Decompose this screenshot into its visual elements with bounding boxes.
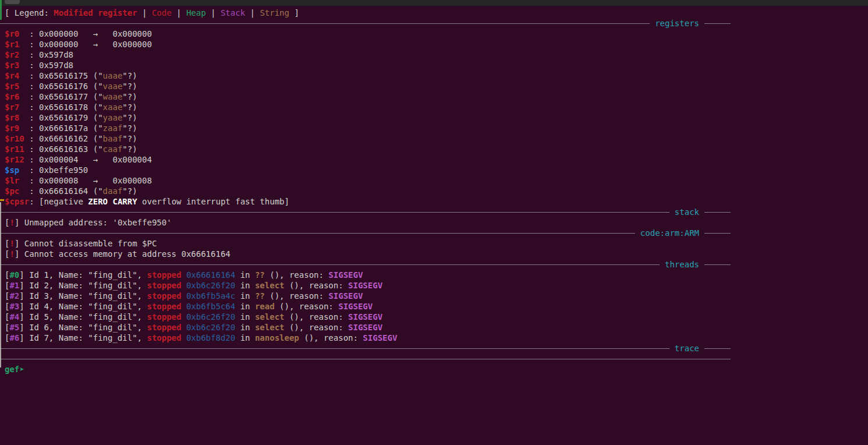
code-warning-line-2: [!] Cannot access memory at address 0x66… xyxy=(5,249,868,259)
register-row-pc-text: : xyxy=(29,186,39,196)
thread-row-5-text: stopped xyxy=(147,323,181,332)
register-row-r0-text: $r0 xyxy=(5,29,29,38)
section-label: stack xyxy=(669,207,704,217)
thread-row-3-text: ] xyxy=(19,302,29,311)
thread-row-1-text: SIGSEGV xyxy=(348,281,382,290)
register-row-r6-text: "?) xyxy=(122,92,137,101)
register-row-r4-text: 0x65616175 xyxy=(39,71,88,80)
thread-row-0-text: 0x66616164 xyxy=(186,270,235,280)
thread-row-3-text: (), reason: xyxy=(275,302,339,311)
thread-row-1-text xyxy=(181,281,186,290)
code-warning-line-2-text: ] xyxy=(15,249,24,259)
register-row-r12-text: → xyxy=(78,155,112,164)
thread-row-3-text: read xyxy=(255,302,275,311)
register-row-r1-text: 0x000000 xyxy=(39,40,78,49)
thread-row-4-text xyxy=(181,312,186,322)
section-label: registers xyxy=(650,18,704,29)
section-label: threads xyxy=(660,259,704,270)
trace-closing-line xyxy=(5,354,868,364)
register-row-r7-text: $r7 xyxy=(5,103,29,112)
thread-row-1-text: stopped xyxy=(147,281,181,290)
code-warning-line-1-text: ! xyxy=(9,239,14,248)
code-warning-line-1-text: ] xyxy=(15,239,24,248)
register-row-r6: $r6 : 0x65616177 ("waae"?) xyxy=(5,91,868,102)
thread-row-0-text: ?? xyxy=(255,270,265,280)
thread-row-2-text: ?? xyxy=(255,291,265,301)
terminal-window[interactable]: [ Legend: Modified register | Code | Hea… xyxy=(0,0,868,445)
register-row-r1-text: : xyxy=(29,40,39,49)
register-row-r3-text: : xyxy=(29,61,39,70)
thread-row-2-text: in xyxy=(235,291,255,301)
thread-row-2-text: stopped xyxy=(147,291,181,301)
register-row-r2-text: $r2 xyxy=(5,50,29,59)
register-row-r1-text: 0x000000 xyxy=(112,40,151,49)
register-row-lr-text: 0x000008 xyxy=(39,176,78,185)
register-row-pc-text: 0x66616164 xyxy=(39,186,88,196)
thread-row-3: [#3] Id 4, Name: "fing_dil", stopped 0xb… xyxy=(5,301,868,312)
thread-row-0-text: in xyxy=(235,270,255,280)
gef-prompt-text: ➤ xyxy=(19,365,24,374)
section-header-threads: threads xyxy=(5,259,868,270)
thread-row-6-text xyxy=(181,333,186,342)
register-row-r4-text: (" xyxy=(88,71,102,80)
register-row-r3-text: 0x597d8 xyxy=(39,61,73,70)
thread-row-4-text: stopped xyxy=(147,312,181,322)
register-row-r5-text: : xyxy=(29,82,39,91)
register-row-r7-text: 0x65616178 xyxy=(39,103,88,112)
thread-row-1-text: Id 2, Name: "fing_dil", xyxy=(29,281,147,290)
code-warning-line-1: [!] Cannot disassemble from $PC xyxy=(5,238,868,249)
section-header-stack: stack xyxy=(5,207,868,217)
register-row-pc: $pc : 0x66616164 ("daaf"?) xyxy=(5,186,868,196)
register-row-r11-text: 0x66616163 xyxy=(39,144,88,154)
legend-line-text: Code xyxy=(152,8,172,17)
register-row-r7-text: xaae xyxy=(103,103,123,112)
thread-row-0-text: (), reason: xyxy=(265,270,329,280)
thread-row-6-text: SIGSEGV xyxy=(363,333,397,342)
register-row-r11-text: : xyxy=(29,144,39,154)
register-row-r12-text: : xyxy=(29,155,39,164)
register-row-r8-text: 0x65616179 xyxy=(39,113,88,122)
thread-row-0-text: Id 1, Name: "fing_dil", xyxy=(29,270,147,280)
thread-row-4-text: (), reason: xyxy=(285,312,349,322)
thread-row-0-text xyxy=(181,270,186,280)
thread-row-3-text: stopped xyxy=(147,302,181,311)
register-row-r5-text: "?) xyxy=(122,82,137,91)
terminal-content: [ Legend: Modified register | Code | Hea… xyxy=(0,6,868,375)
thread-row-4-text: in xyxy=(235,312,255,322)
register-row-r4: $r4 : 0x65616175 ("uaae"?) xyxy=(5,70,868,81)
thread-row-1: [#1] Id 2, Name: "fing_dil", stopped 0xb… xyxy=(5,280,868,291)
register-row-r5-text: $r5 xyxy=(5,82,29,91)
register-row-lr: $lr : 0x000008 → 0x000008 xyxy=(5,175,868,186)
register-row-r0: $r0 : 0x000000 → 0x000000 xyxy=(5,29,868,39)
register-row-lr-text: $lr xyxy=(5,176,29,185)
register-row-cpsr-text: : xyxy=(29,197,39,206)
code-warning-line-2-text: ! xyxy=(9,249,14,259)
register-row-r11-text: "?) xyxy=(122,144,137,154)
thread-row-3-text xyxy=(181,302,186,311)
legend-line-text: | xyxy=(206,8,221,17)
register-row-r10-text: "?) xyxy=(122,134,137,143)
thread-row-4: [#4] Id 5, Name: "fing_dil", stopped 0xb… xyxy=(5,312,868,322)
gef-prompt-text: gef xyxy=(5,365,19,374)
register-row-r4-text: : xyxy=(29,71,39,80)
register-row-r8-text: "?) xyxy=(122,113,137,122)
register-row-r7-text: : xyxy=(29,103,39,112)
register-row-r9-text: 0x6661617a xyxy=(39,123,88,133)
thread-row-3-text: SIGSEGV xyxy=(338,302,373,311)
register-row-cpsr: $cpsr: [negative ZERO CARRY overflow int… xyxy=(5,196,868,207)
thread-row-0: [#0] Id 1, Name: "fing_dil", stopped 0x6… xyxy=(5,270,868,280)
thread-row-0-text: ] xyxy=(19,270,29,280)
thread-row-2-text: ] xyxy=(19,291,29,301)
register-row-r4-text: "?) xyxy=(122,71,137,80)
register-row-r2-text: : xyxy=(29,50,39,59)
register-row-r6-text: 0x65616177 xyxy=(39,92,88,101)
gef-prompt[interactable]: gef➤ xyxy=(5,364,868,375)
register-row-r1: $r1 : 0x000000 → 0x000000 xyxy=(5,39,868,50)
thread-row-2-text: #2 xyxy=(9,291,19,301)
register-row-r10-text: baaf xyxy=(103,134,123,143)
register-row-r10-text: 0x66616162 xyxy=(39,134,88,143)
register-row-r12-text: 0x000004 xyxy=(112,155,151,164)
thread-row-1-text: ] xyxy=(19,281,29,290)
thread-row-0-text: SIGSEGV xyxy=(328,270,363,280)
register-row-r0-text: → xyxy=(78,29,112,38)
